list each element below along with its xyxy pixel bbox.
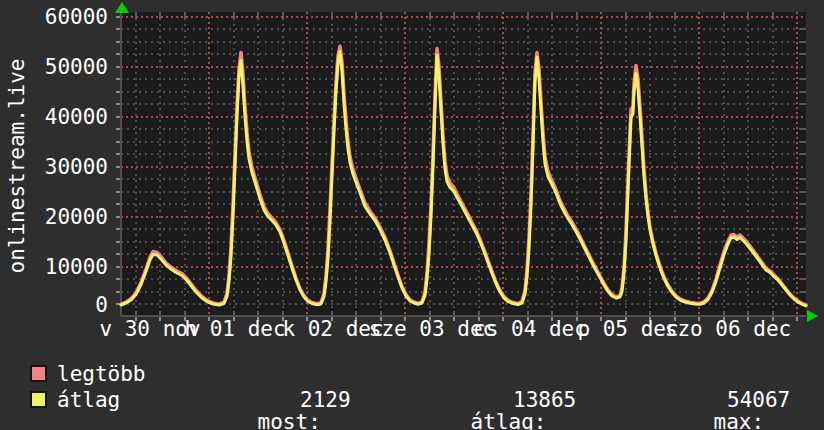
x-tick-label: p 05 dec (577, 317, 678, 341)
stat-most: most: 2129 (207, 389, 321, 430)
rrd-graph: onlinestream.live 6000050000400003000020… (0, 0, 824, 430)
y-axis-arrow-icon (115, 2, 129, 13)
stat-max: max: 54067 (663, 389, 764, 430)
x-tick-label: h 01 dec (184, 317, 285, 341)
chart-canvas (121, 12, 806, 316)
legend-label: legtöbb (57, 363, 146, 385)
legend-label: átlag (57, 389, 120, 411)
legend-swatch-max (30, 365, 47, 382)
series-line-max (121, 46, 806, 305)
x-tick-label: szo 06 dec (665, 317, 791, 341)
stat-atlag: átlag: 13865 (420, 389, 546, 430)
stat-value: 13865 (513, 389, 576, 411)
y-tick-label: 10000 (28, 255, 108, 279)
stat-label: most: (258, 410, 321, 430)
y-tick-label: 40000 (28, 105, 108, 129)
plot-area (121, 12, 806, 316)
stat-value: 54067 (727, 389, 790, 411)
y-tick-label: 0 (28, 293, 108, 317)
stat-label: átlag: (471, 410, 547, 430)
stat-label: max: (714, 410, 765, 430)
legend-swatch-avg (30, 391, 47, 408)
stat-value: 2129 (300, 389, 351, 411)
y-tick-label: 60000 (28, 5, 108, 29)
x-axis-arrow-icon (807, 310, 818, 322)
y-tick-label: 50000 (28, 55, 108, 79)
y-tick-label: 20000 (28, 205, 108, 229)
y-tick-label: 30000 (28, 155, 108, 179)
x-tick-label: cs 04 dec (473, 317, 587, 341)
